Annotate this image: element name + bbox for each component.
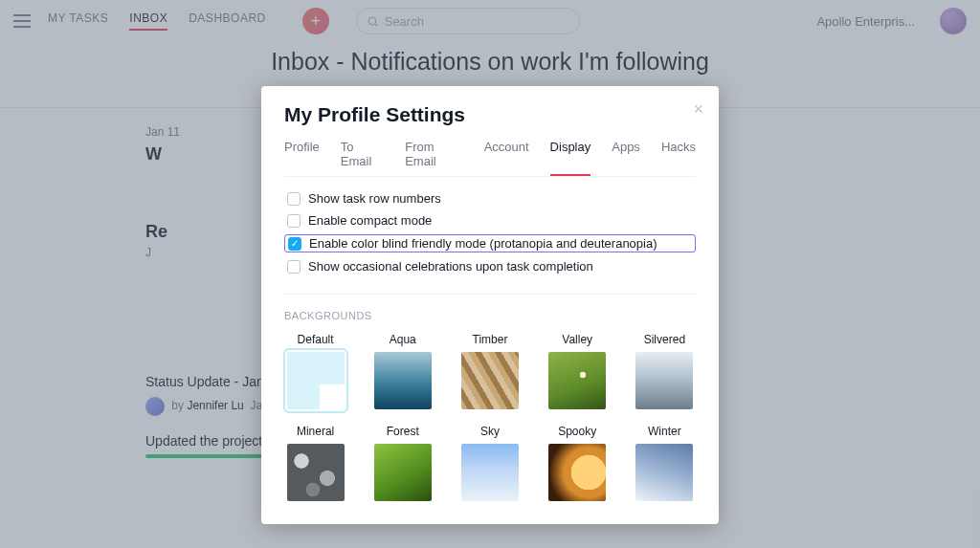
close-icon[interactable]: × <box>693 99 703 120</box>
checkbox-checked-icon: ✓ <box>288 237 301 251</box>
bg-swatch <box>461 444 519 501</box>
bg-label: Winter <box>648 425 681 438</box>
bg-swatch <box>287 444 345 501</box>
bg-aqua[interactable]: Aqua <box>371 333 434 409</box>
profile-settings-modal: × My Profile Settings Profile To Email F… <box>261 86 719 524</box>
bg-swatch <box>635 444 693 501</box>
opt-color-blind[interactable]: ✓ Enable color blind friendly mode (prot… <box>284 234 696 252</box>
bg-forest[interactable]: Forest <box>371 425 434 501</box>
opt-label: Show task row numbers <box>308 191 441 206</box>
bg-label: Spooky <box>558 425 596 438</box>
bg-swatch <box>374 444 432 501</box>
checkbox-icon <box>287 214 301 228</box>
bg-swatch <box>548 444 606 501</box>
checkbox-icon <box>287 192 301 206</box>
bg-mineral[interactable]: Mineral <box>284 425 346 501</box>
bg-label: Default <box>298 333 334 346</box>
backgrounds-grid: Default Aqua Timber Valley Silvered Mine… <box>284 333 696 501</box>
bg-winter[interactable]: Winter <box>634 425 696 501</box>
bg-swatch <box>548 352 606 409</box>
bg-label: Sky <box>480 425 500 438</box>
bg-spooky[interactable]: Spooky <box>546 425 609 501</box>
tab-hacks[interactable]: Hacks <box>661 140 696 176</box>
opt-label: Enable compact mode <box>308 213 432 228</box>
display-options: Show task row numbers Enable compact mod… <box>284 190 696 295</box>
tab-from-email[interactable]: From Email <box>405 140 462 176</box>
opt-label: Show occasional celebrations upon task c… <box>308 259 593 274</box>
bg-sky[interactable]: Sky <box>458 425 521 501</box>
bg-label: Timber <box>473 333 508 346</box>
bg-label: Valley <box>562 333 592 346</box>
opt-label: Enable color blind friendly mode (protan… <box>309 236 657 251</box>
bg-swatch <box>374 352 432 409</box>
bg-swatch <box>635 352 693 409</box>
tab-display[interactable]: Display <box>550 140 591 176</box>
modal-tabs: Profile To Email From Email Account Disp… <box>284 140 696 177</box>
bg-silvered[interactable]: Silvered <box>634 333 696 409</box>
bg-swatch <box>461 352 519 409</box>
checkbox-icon <box>287 260 301 274</box>
tab-to-email[interactable]: To Email <box>341 140 384 176</box>
modal-title: My Profile Settings <box>284 103 696 126</box>
bg-label: Silvered <box>644 333 685 346</box>
bg-label: Forest <box>387 425 419 438</box>
bg-default[interactable]: Default <box>284 333 346 409</box>
bg-timber[interactable]: Timber <box>458 333 521 409</box>
opt-compact-mode[interactable]: Enable compact mode <box>284 212 696 229</box>
tab-profile[interactable]: Profile <box>284 140 320 176</box>
tab-account[interactable]: Account <box>484 140 529 176</box>
tab-apps[interactable]: Apps <box>612 140 640 176</box>
bg-swatch <box>287 352 345 409</box>
opt-task-row-numbers[interactable]: Show task row numbers <box>284 190 696 207</box>
bg-label: Mineral <box>297 425 334 438</box>
bg-valley[interactable]: Valley <box>546 333 609 409</box>
opt-celebrations[interactable]: Show occasional celebrations upon task c… <box>284 258 696 274</box>
bg-label: Aqua <box>390 333 416 346</box>
backgrounds-label: BACKGROUNDS <box>284 310 696 321</box>
